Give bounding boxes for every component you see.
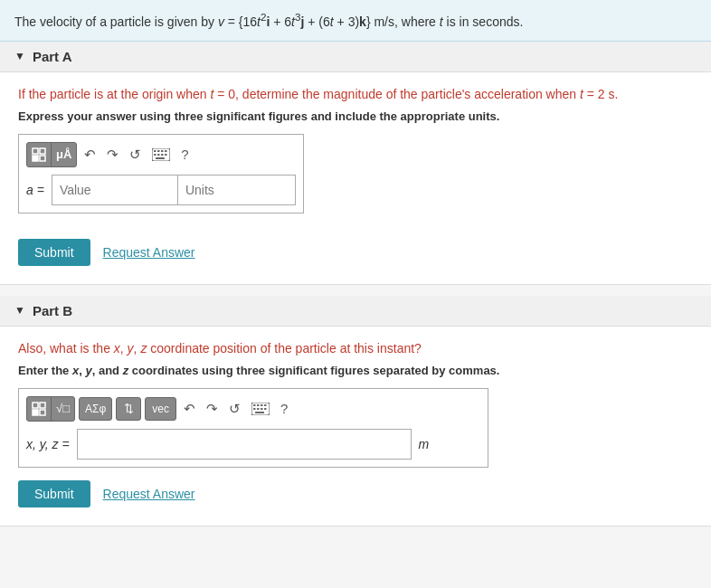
chevron-down-icon-b: ▼	[14, 304, 25, 317]
svg-rect-27	[255, 412, 264, 413]
svg-rect-3	[40, 156, 45, 161]
partb-refresh-button[interactable]: ↺	[225, 399, 244, 419]
part-a-title: Part A	[33, 49, 72, 64]
svg-rect-13	[156, 157, 165, 159]
svg-rect-7	[161, 150, 164, 152]
problem-header: The velocity of a particle is given by v…	[0, 0, 711, 42]
undo-button[interactable]: ↶	[81, 145, 100, 165]
svg-rect-26	[264, 408, 267, 410]
part-b-input-box: √□ ΑΣφ ⇅ vec ↶ ↷ ↺	[18, 388, 488, 468]
svg-rect-24	[257, 408, 260, 410]
part-a-toolbar: μÅ ↶ ↷ ↺ ?	[26, 142, 296, 167]
svg-rect-19	[253, 404, 256, 406]
svg-rect-12	[165, 154, 167, 156]
keyboard-button[interactable]	[148, 147, 174, 163]
part-a-question: If the particle is at the origin when t …	[18, 85, 693, 104]
svg-rect-1	[40, 148, 45, 154]
svg-rect-21	[261, 404, 263, 406]
part-b-value-input[interactable]	[77, 429, 412, 460]
part-b-content: Also, what is the x, y, z coordinate pos…	[0, 327, 711, 526]
svg-rect-8	[165, 150, 167, 152]
part-b-answer-label: x, y, z =	[26, 437, 70, 451]
partb-sqrt-icon[interactable]: √□	[52, 397, 74, 421]
part-a-instruction: Express your answer using three signific…	[18, 109, 693, 123]
mu-a-icon[interactable]: μÅ	[52, 143, 76, 166]
part-b-action-row: Submit Request Answer	[18, 480, 693, 507]
part-b-toolbar: √□ ΑΣφ ⇅ vec ↶ ↷ ↺	[26, 396, 480, 422]
partb-alpha-sigma-button[interactable]: ΑΣφ	[79, 397, 112, 421]
part-a-request-answer-link[interactable]: Request Answer	[103, 245, 195, 260]
part-b-title: Part B	[33, 303, 72, 318]
partb-vec-button[interactable]: vec	[145, 397, 176, 421]
part-b-answer-row: x, y, z = m	[26, 429, 480, 460]
part-b-section-header[interactable]: ▼ Part B	[0, 296, 711, 327]
svg-rect-15	[40, 403, 45, 408]
redo-button[interactable]: ↷	[103, 145, 122, 165]
svg-rect-14	[33, 403, 38, 408]
svg-rect-5	[154, 150, 156, 152]
part-a-input-box: μÅ ↶ ↷ ↺ ?	[18, 134, 304, 213]
svg-rect-23	[253, 408, 256, 410]
partb-undo-button[interactable]: ↶	[180, 399, 199, 419]
svg-rect-2	[33, 156, 38, 161]
help-button[interactable]: ?	[177, 145, 192, 164]
partb-redo-button[interactable]: ↷	[203, 399, 222, 419]
matrix-icon[interactable]	[27, 143, 52, 166]
partb-help-button[interactable]: ?	[277, 399, 291, 418]
svg-rect-17	[40, 410, 45, 415]
part-a-answer-row: a =	[26, 175, 296, 205]
partb-keyboard-button[interactable]	[248, 401, 273, 417]
svg-rect-6	[157, 150, 160, 152]
part-a-value-input[interactable]	[52, 175, 178, 205]
part-b-submit-button[interactable]: Submit	[18, 480, 90, 507]
header-text: The velocity of a particle is given by v…	[14, 14, 523, 29]
svg-rect-0	[33, 148, 38, 154]
partb-matrix-btn-group[interactable]: √□	[26, 396, 75, 422]
part-b-unit-label: m	[419, 437, 430, 451]
part-b-request-answer-link[interactable]: Request Answer	[103, 487, 195, 501]
matrix-btn-group[interactable]: μÅ	[26, 142, 77, 167]
part-a-units-input[interactable]	[178, 175, 296, 205]
part-a-answer-label: a =	[26, 183, 44, 197]
partb-matrix-icon[interactable]	[27, 397, 52, 421]
part-a-action-row: Submit Request Answer	[18, 239, 693, 266]
svg-rect-25	[261, 408, 263, 410]
partb-arrows-button[interactable]: ⇅	[116, 397, 141, 421]
part-a-submit-button[interactable]: Submit	[18, 239, 90, 266]
svg-rect-20	[257, 404, 260, 406]
part-a-content: If the particle is at the origin when t …	[0, 72, 711, 285]
chevron-down-icon: ▼	[14, 50, 25, 62]
part-a-section-header[interactable]: ▼ Part A	[0, 42, 711, 72]
svg-rect-10	[157, 154, 160, 156]
svg-rect-22	[264, 404, 267, 406]
svg-rect-16	[33, 410, 38, 415]
svg-rect-11	[161, 154, 164, 156]
part-b-instruction: Enter the x, y, and z coordinates using …	[18, 364, 693, 377]
refresh-button[interactable]: ↺	[126, 145, 145, 165]
svg-rect-9	[154, 154, 156, 156]
part-b-question: Also, what is the x, y, z coordinate pos…	[18, 339, 693, 358]
